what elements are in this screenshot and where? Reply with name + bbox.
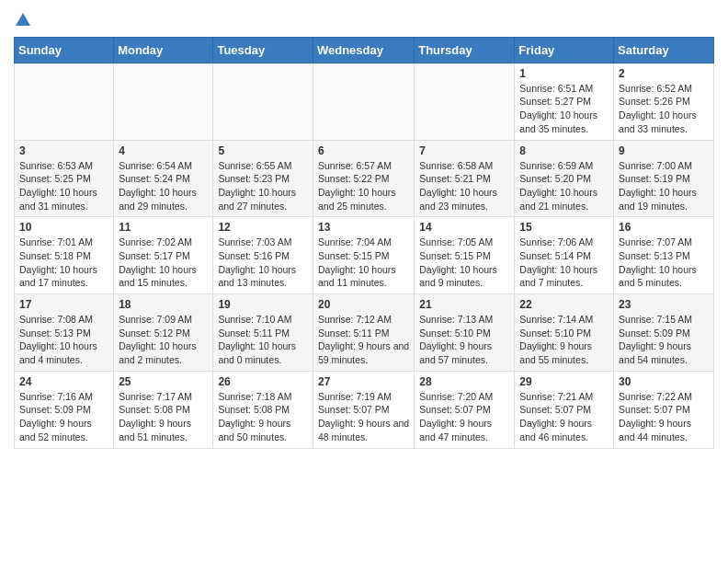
day-info: Sunrise: 6:55 AM Sunset: 5:23 PM Dayligh… [218, 159, 308, 213]
day-cell: 24Sunrise: 7:16 AM Sunset: 5:09 PM Dayli… [15, 371, 114, 448]
day-info: Sunrise: 6:58 AM Sunset: 5:21 PM Dayligh… [419, 159, 509, 213]
day-cell: 30Sunrise: 7:22 AM Sunset: 5:07 PM Dayli… [614, 371, 714, 448]
weekday-header-row: SundayMondayTuesdayWednesdayThursdayFrid… [15, 37, 714, 63]
day-number: 9 [619, 144, 709, 157]
day-cell: 2Sunrise: 6:52 AM Sunset: 5:26 PM Daylig… [614, 63, 714, 140]
day-number: 12 [218, 221, 308, 234]
day-cell: 27Sunrise: 7:19 AM Sunset: 5:07 PM Dayli… [313, 371, 414, 448]
day-number: 23 [619, 298, 709, 311]
week-row-1: 1Sunrise: 6:51 AM Sunset: 5:27 PM Daylig… [15, 63, 714, 140]
day-number: 15 [519, 221, 609, 234]
week-row-5: 24Sunrise: 7:16 AM Sunset: 5:09 PM Dayli… [15, 371, 714, 448]
day-number: 21 [419, 298, 509, 311]
day-cell: 29Sunrise: 7:21 AM Sunset: 5:07 PM Dayli… [515, 371, 614, 448]
day-cell: 12Sunrise: 7:03 AM Sunset: 5:16 PM Dayli… [213, 217, 313, 294]
day-cell [213, 63, 313, 140]
day-info: Sunrise: 7:21 AM Sunset: 5:07 PM Dayligh… [519, 390, 609, 444]
day-info: Sunrise: 7:07 AM Sunset: 5:13 PM Dayligh… [619, 236, 709, 290]
day-info: Sunrise: 7:19 AM Sunset: 5:07 PM Dayligh… [318, 390, 409, 444]
day-number: 24 [19, 375, 108, 388]
day-number: 3 [19, 144, 108, 157]
day-number: 29 [519, 375, 609, 388]
day-cell: 28Sunrise: 7:20 AM Sunset: 5:07 PM Dayli… [415, 371, 515, 448]
day-number: 2 [619, 67, 709, 80]
day-number: 1 [519, 67, 609, 80]
day-info: Sunrise: 7:13 AM Sunset: 5:10 PM Dayligh… [419, 313, 509, 367]
day-info: Sunrise: 7:04 AM Sunset: 5:15 PM Dayligh… [318, 236, 409, 290]
day-cell: 16Sunrise: 7:07 AM Sunset: 5:13 PM Dayli… [614, 217, 714, 294]
day-info: Sunrise: 6:52 AM Sunset: 5:26 PM Dayligh… [619, 82, 709, 136]
day-number: 19 [218, 298, 308, 311]
day-cell: 1Sunrise: 6:51 AM Sunset: 5:27 PM Daylig… [515, 63, 614, 140]
day-cell: 8Sunrise: 6:59 AM Sunset: 5:20 PM Daylig… [515, 140, 614, 217]
weekday-header-sunday: Sunday [15, 37, 114, 63]
day-info: Sunrise: 7:02 AM Sunset: 5:17 PM Dayligh… [119, 236, 208, 290]
day-info: Sunrise: 7:01 AM Sunset: 5:18 PM Dayligh… [19, 236, 108, 290]
day-info: Sunrise: 7:17 AM Sunset: 5:08 PM Dayligh… [119, 390, 208, 444]
day-info: Sunrise: 6:59 AM Sunset: 5:20 PM Dayligh… [519, 159, 609, 213]
week-row-4: 17Sunrise: 7:08 AM Sunset: 5:13 PM Dayli… [15, 294, 714, 372]
day-cell: 15Sunrise: 7:06 AM Sunset: 5:14 PM Dayli… [515, 217, 614, 294]
day-cell: 21Sunrise: 7:13 AM Sunset: 5:10 PM Dayli… [415, 294, 515, 372]
day-cell: 13Sunrise: 7:04 AM Sunset: 5:15 PM Dayli… [313, 217, 414, 294]
day-info: Sunrise: 7:08 AM Sunset: 5:13 PM Dayligh… [19, 313, 108, 367]
day-info: Sunrise: 7:05 AM Sunset: 5:15 PM Dayligh… [419, 236, 509, 290]
day-cell: 6Sunrise: 6:57 AM Sunset: 5:22 PM Daylig… [313, 140, 414, 217]
day-number: 20 [318, 298, 409, 311]
day-cell: 22Sunrise: 7:14 AM Sunset: 5:10 PM Dayli… [515, 294, 614, 372]
day-number: 28 [419, 375, 509, 388]
day-number: 11 [119, 221, 208, 234]
day-cell: 25Sunrise: 7:17 AM Sunset: 5:08 PM Dayli… [114, 371, 213, 448]
day-info: Sunrise: 6:54 AM Sunset: 5:24 PM Dayligh… [119, 159, 208, 213]
day-number: 6 [318, 144, 409, 157]
day-info: Sunrise: 7:14 AM Sunset: 5:10 PM Dayligh… [519, 313, 609, 367]
weekday-header-saturday: Saturday [614, 37, 714, 63]
day-info: Sunrise: 7:15 AM Sunset: 5:09 PM Dayligh… [619, 313, 709, 367]
day-cell [15, 63, 114, 140]
day-info: Sunrise: 7:12 AM Sunset: 5:11 PM Dayligh… [318, 313, 409, 367]
logo-icon-inline [16, 13, 30, 26]
day-cell: 5Sunrise: 6:55 AM Sunset: 5:23 PM Daylig… [213, 140, 313, 217]
day-number: 16 [619, 221, 709, 234]
weekday-header-tuesday: Tuesday [213, 37, 313, 63]
weekday-header-friday: Friday [515, 37, 614, 63]
day-cell [415, 63, 515, 140]
day-number: 10 [19, 221, 108, 234]
day-number: 27 [318, 375, 409, 388]
day-info: Sunrise: 7:00 AM Sunset: 5:19 PM Dayligh… [619, 159, 709, 213]
day-info: Sunrise: 7:16 AM Sunset: 5:09 PM Dayligh… [19, 390, 108, 444]
day-info: Sunrise: 6:51 AM Sunset: 5:27 PM Dayligh… [519, 82, 609, 136]
day-info: Sunrise: 7:10 AM Sunset: 5:11 PM Dayligh… [218, 313, 308, 367]
weekday-header-monday: Monday [114, 37, 213, 63]
day-number: 17 [19, 298, 108, 311]
day-cell: 7Sunrise: 6:58 AM Sunset: 5:21 PM Daylig… [415, 140, 515, 217]
logo [14, 9, 30, 28]
day-number: 14 [419, 221, 509, 234]
day-number: 22 [519, 298, 609, 311]
day-number: 13 [318, 221, 409, 234]
page-header [14, 9, 714, 28]
day-cell: 17Sunrise: 7:08 AM Sunset: 5:13 PM Dayli… [15, 294, 114, 372]
calendar: SundayMondayTuesdayWednesdayThursdayFrid… [14, 37, 714, 449]
day-cell [313, 63, 414, 140]
day-number: 25 [119, 375, 208, 388]
weekday-header-thursday: Thursday [415, 37, 515, 63]
day-cell: 9Sunrise: 7:00 AM Sunset: 5:19 PM Daylig… [614, 140, 714, 217]
day-number: 5 [218, 144, 308, 157]
day-info: Sunrise: 7:03 AM Sunset: 5:16 PM Dayligh… [218, 236, 308, 290]
day-number: 4 [119, 144, 208, 157]
day-cell: 14Sunrise: 7:05 AM Sunset: 5:15 PM Dayli… [415, 217, 515, 294]
week-row-2: 3Sunrise: 6:53 AM Sunset: 5:25 PM Daylig… [15, 140, 714, 217]
day-number: 30 [619, 375, 709, 388]
weekday-header-wednesday: Wednesday [313, 37, 414, 63]
day-cell: 23Sunrise: 7:15 AM Sunset: 5:09 PM Dayli… [614, 294, 714, 372]
day-info: Sunrise: 7:09 AM Sunset: 5:12 PM Dayligh… [119, 313, 208, 367]
day-info: Sunrise: 7:06 AM Sunset: 5:14 PM Dayligh… [519, 236, 609, 290]
day-number: 8 [519, 144, 609, 157]
day-number: 26 [218, 375, 308, 388]
day-cell: 3Sunrise: 6:53 AM Sunset: 5:25 PM Daylig… [15, 140, 114, 217]
day-info: Sunrise: 6:57 AM Sunset: 5:22 PM Dayligh… [318, 159, 409, 213]
day-info: Sunrise: 6:53 AM Sunset: 5:25 PM Dayligh… [19, 159, 108, 213]
day-info: Sunrise: 7:18 AM Sunset: 5:08 PM Dayligh… [218, 390, 308, 444]
day-cell: 18Sunrise: 7:09 AM Sunset: 5:12 PM Dayli… [114, 294, 213, 372]
